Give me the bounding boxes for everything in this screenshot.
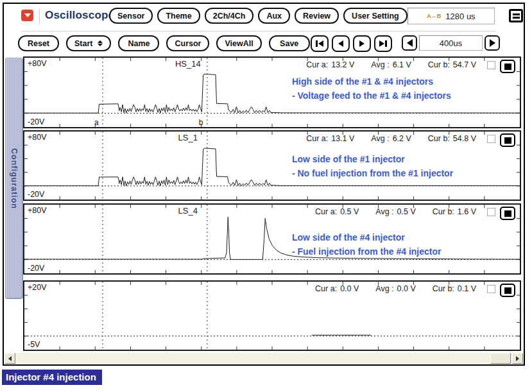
horizontal-scrollbar[interactable] bbox=[4, 353, 523, 364]
review-button[interactable]: Review bbox=[295, 8, 339, 24]
channel-panel-4: +20V -5V Cur a:0.0 V Avg :0.0 V Cur b:0.… bbox=[23, 280, 521, 351]
caption-badge: Injector #4 injection bbox=[2, 370, 102, 385]
cur-a-value: 13.2 V bbox=[331, 60, 354, 69]
annotation-line1: Low side of the #1 injector bbox=[292, 152, 453, 166]
channel-name: LS_1 bbox=[178, 133, 198, 142]
vmax-label: +80V bbox=[28, 133, 47, 142]
triangle-right-icon bbox=[359, 40, 365, 47]
start-button-label: Start bbox=[74, 39, 92, 48]
channel-checkbox[interactable] bbox=[487, 285, 495, 293]
step-forward-button[interactable] bbox=[353, 35, 371, 52]
reset-button[interactable]: Reset bbox=[18, 35, 59, 51]
channel-active-button[interactable] bbox=[500, 60, 515, 73]
theme-button[interactable]: Theme bbox=[157, 8, 200, 24]
cur-a-label: Cur a: bbox=[315, 284, 337, 293]
channel-active-button[interactable] bbox=[500, 133, 515, 147]
channel-checkbox[interactable] bbox=[487, 61, 495, 69]
cur-a-label: Cur a: bbox=[306, 134, 328, 143]
cur-a-value: 0.0 V bbox=[340, 284, 359, 293]
divider bbox=[39, 8, 40, 24]
hamburger-menu-icon[interactable] bbox=[509, 9, 523, 22]
triangle-left-icon bbox=[407, 39, 413, 47]
cur-b-value: 54.8 V bbox=[453, 134, 476, 143]
avg-value: 0.0 V bbox=[397, 284, 416, 293]
annotation: Low side of the #1 injector - No fuel in… bbox=[292, 152, 453, 181]
triangle-right-icon bbox=[516, 356, 519, 361]
cur-b-label: Cur b: bbox=[433, 207, 454, 216]
cursor-a-label[interactable]: a bbox=[94, 118, 99, 127]
avg-value: 6.1 V bbox=[393, 60, 411, 69]
channel-active-button[interactable] bbox=[500, 284, 515, 297]
triangle-right-icon bbox=[490, 39, 495, 47]
vmin-label: -20V bbox=[28, 117, 44, 126]
configuration-tab-label: Configuration bbox=[10, 148, 19, 209]
vmax-label: +80V bbox=[28, 206, 47, 215]
top-button-group: Sensor Theme 2Ch/4Ch Aux Review User Set… bbox=[109, 8, 408, 24]
skip-last-button[interactable] bbox=[374, 35, 392, 52]
triangle-left-icon bbox=[338, 40, 343, 47]
second-toolbar: Reset Start Name Cursor ViewAll Save 400… bbox=[4, 35, 524, 55]
channel-active-button[interactable] bbox=[500, 207, 515, 220]
aux-button[interactable]: Aux bbox=[258, 8, 290, 24]
cur-b-value: 1.6 V bbox=[458, 207, 476, 216]
channel-name: HS_14 bbox=[175, 59, 201, 69]
app-menu-button[interactable] bbox=[21, 10, 33, 21]
annotation-line1: Low side of the #4 injector bbox=[292, 230, 442, 244]
scroll-left-button[interactable] bbox=[4, 353, 15, 364]
channel-checkbox[interactable] bbox=[487, 135, 495, 143]
channel-panel-1: +80V -20V HS_14 Cur a:13.2 V Avg :6.1 V … bbox=[23, 56, 521, 128]
avg-label: Avg : bbox=[371, 134, 389, 143]
viewall-button[interactable]: ViewAll bbox=[216, 35, 261, 51]
cur-b-label: Cur b: bbox=[433, 284, 454, 293]
annotation-line2: - Fuel injection from the #4 injector bbox=[292, 244, 442, 259]
vmin-label: -5V bbox=[28, 340, 40, 349]
avg-label: Avg : bbox=[375, 207, 393, 216]
cursor-b-label[interactable]: b bbox=[199, 118, 203, 127]
cur-b-label: Cur b: bbox=[428, 134, 450, 143]
top-toolbar: Oscilloscope Sensor Theme 2Ch/4Ch Aux Re… bbox=[4, 8, 524, 27]
black-square-icon bbox=[504, 287, 511, 294]
playback-nav-group bbox=[311, 35, 392, 52]
timebase-value[interactable]: 400us bbox=[419, 35, 483, 51]
cur-a-value: 13.1 V bbox=[331, 134, 354, 143]
configuration-tab[interactable]: Configuration bbox=[5, 58, 23, 299]
timebase-group: 400us bbox=[402, 35, 500, 51]
measurement-row: Cur a:13.2 V Avg :6.1 V Cur b:54.7 V bbox=[306, 60, 476, 69]
timebase-increase-button[interactable] bbox=[485, 35, 500, 51]
black-square-icon bbox=[504, 137, 511, 144]
cur-b-label: Cur b: bbox=[428, 60, 450, 69]
black-square-icon bbox=[504, 210, 511, 217]
caret-down-icon bbox=[24, 13, 31, 17]
cur-a-value: 0.5 V bbox=[340, 207, 359, 216]
page-title: Oscilloscope bbox=[45, 9, 114, 22]
toolbar-divider bbox=[22, 31, 495, 31]
vmin-label: -20V bbox=[28, 264, 44, 273]
annotation-line2: - No fuel injection from the #1 injector bbox=[292, 166, 453, 180]
cur-b-value: 54.7 V bbox=[453, 60, 476, 69]
spinner-icon[interactable] bbox=[98, 40, 103, 46]
channel-checkbox[interactable] bbox=[487, 208, 495, 216]
triangle-left-icon bbox=[8, 356, 12, 361]
name-button[interactable]: Name bbox=[118, 35, 159, 51]
scroll-right-button[interactable] bbox=[512, 353, 523, 364]
channel-name: LS_4 bbox=[178, 206, 198, 216]
bar-icon bbox=[385, 40, 387, 47]
start-button[interactable]: Start bbox=[66, 35, 111, 51]
save-button[interactable]: Save bbox=[269, 35, 310, 51]
measurement-row: Cur a:0.0 V Avg :0.0 V Cur b:0.1 V bbox=[315, 284, 476, 293]
vmin-label: -20V bbox=[28, 190, 44, 199]
cursor-button[interactable]: Cursor bbox=[166, 35, 209, 51]
skip-first-button[interactable] bbox=[311, 35, 329, 52]
triangle-left-icon bbox=[318, 40, 323, 47]
timebase-decrease-button[interactable] bbox=[402, 35, 417, 51]
channel-panels: +80V -20V HS_14 Cur a:13.2 V Avg :6.1 V … bbox=[23, 56, 521, 351]
step-back-button[interactable] bbox=[332, 35, 350, 52]
cur-a-label: Cur a: bbox=[315, 207, 337, 216]
ab-cursor-icon: A↔B bbox=[427, 13, 441, 19]
sensor-button[interactable]: Sensor bbox=[109, 8, 153, 24]
cur-b-value: 0.1 V bbox=[458, 284, 476, 293]
user-setting-button[interactable]: User Setting bbox=[343, 8, 408, 24]
scrollbar-thumb[interactable] bbox=[490, 353, 511, 364]
channel-mode-button[interactable]: 2Ch/4Ch bbox=[205, 8, 254, 24]
avg-label: Avg : bbox=[375, 284, 393, 293]
